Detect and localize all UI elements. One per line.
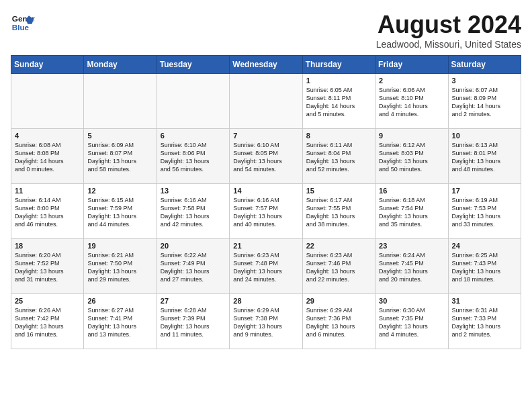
day-number: 13 xyxy=(161,187,226,195)
table-row: 6Sunrise: 6:10 AM Sunset: 8:06 PM Daylig… xyxy=(157,129,229,184)
day-content: Sunrise: 6:25 AM Sunset: 7:43 PM Dayligh… xyxy=(452,251,517,284)
header-wednesday: Wednesday xyxy=(230,56,302,74)
day-number: 12 xyxy=(87,187,152,195)
table-row xyxy=(11,74,84,129)
day-number: 4 xyxy=(15,132,80,140)
day-content: Sunrise: 6:12 AM Sunset: 8:03 PM Dayligh… xyxy=(379,141,444,174)
table-row: 14Sunrise: 6:16 AM Sunset: 7:57 PM Dayli… xyxy=(230,184,302,239)
day-number: 17 xyxy=(452,187,517,195)
day-content: Sunrise: 6:23 AM Sunset: 7:46 PM Dayligh… xyxy=(306,251,371,284)
table-row: 2Sunrise: 6:06 AM Sunset: 8:10 PM Daylig… xyxy=(375,74,448,129)
day-content: Sunrise: 6:30 AM Sunset: 7:35 PM Dayligh… xyxy=(379,306,444,339)
table-row: 27Sunrise: 6:28 AM Sunset: 7:39 PM Dayli… xyxy=(157,294,229,349)
day-content: Sunrise: 6:19 AM Sunset: 7:53 PM Dayligh… xyxy=(452,196,517,229)
day-content: Sunrise: 6:13 AM Sunset: 8:01 PM Dayligh… xyxy=(452,141,517,174)
day-number: 16 xyxy=(379,187,444,195)
title-block: August 2024 Leadwood, Missouri, United S… xyxy=(376,11,521,50)
table-row: 5Sunrise: 6:09 AM Sunset: 8:07 PM Daylig… xyxy=(84,129,157,184)
table-row: 12Sunrise: 6:15 AM Sunset: 7:59 PM Dayli… xyxy=(84,184,157,239)
table-row: 13Sunrise: 6:16 AM Sunset: 7:58 PM Dayli… xyxy=(157,184,229,239)
table-row: 20Sunrise: 6:22 AM Sunset: 7:49 PM Dayli… xyxy=(157,239,229,294)
table-row: 21Sunrise: 6:23 AM Sunset: 7:48 PM Dayli… xyxy=(230,239,302,294)
day-number: 24 xyxy=(452,242,517,250)
day-content: Sunrise: 6:22 AM Sunset: 7:49 PM Dayligh… xyxy=(161,251,226,284)
table-row: 23Sunrise: 6:24 AM Sunset: 7:45 PM Dayli… xyxy=(375,239,448,294)
table-row: 10Sunrise: 6:13 AM Sunset: 8:01 PM Dayli… xyxy=(448,129,521,184)
table-row: 11Sunrise: 6:14 AM Sunset: 8:00 PM Dayli… xyxy=(11,184,84,239)
table-row: 22Sunrise: 6:23 AM Sunset: 7:46 PM Dayli… xyxy=(302,239,375,294)
day-content: Sunrise: 6:16 AM Sunset: 7:57 PM Dayligh… xyxy=(233,196,298,229)
day-number: 29 xyxy=(306,297,371,305)
day-content: Sunrise: 6:31 AM Sunset: 7:33 PM Dayligh… xyxy=(452,306,517,339)
day-number: 23 xyxy=(379,242,444,250)
day-content: Sunrise: 6:16 AM Sunset: 7:58 PM Dayligh… xyxy=(161,196,226,229)
svg-text:Blue: Blue xyxy=(12,23,30,32)
day-content: Sunrise: 6:10 AM Sunset: 8:06 PM Dayligh… xyxy=(161,141,226,174)
day-content: Sunrise: 6:11 AM Sunset: 8:04 PM Dayligh… xyxy=(306,141,371,174)
day-number: 8 xyxy=(306,132,371,140)
day-number: 21 xyxy=(233,242,298,250)
page-header: General Blue August 2024 Leadwood, Misso… xyxy=(11,11,521,50)
day-content: Sunrise: 6:15 AM Sunset: 7:59 PM Dayligh… xyxy=(87,196,152,229)
day-number: 25 xyxy=(15,297,80,305)
day-number: 11 xyxy=(15,187,80,195)
table-row xyxy=(84,74,157,129)
day-content: Sunrise: 6:18 AM Sunset: 7:54 PM Dayligh… xyxy=(379,196,444,229)
table-row: 8Sunrise: 6:11 AM Sunset: 8:04 PM Daylig… xyxy=(302,129,375,184)
table-row: 26Sunrise: 6:27 AM Sunset: 7:41 PM Dayli… xyxy=(84,294,157,349)
day-content: Sunrise: 6:07 AM Sunset: 8:09 PM Dayligh… xyxy=(452,86,517,119)
day-number: 31 xyxy=(452,297,517,305)
day-content: Sunrise: 6:26 AM Sunset: 7:42 PM Dayligh… xyxy=(15,306,80,339)
table-row: 1Sunrise: 6:05 AM Sunset: 8:11 PM Daylig… xyxy=(302,74,375,129)
header-monday: Monday xyxy=(84,56,157,74)
day-number: 22 xyxy=(306,242,371,250)
day-number: 1 xyxy=(306,77,371,85)
day-number: 15 xyxy=(306,187,371,195)
day-content: Sunrise: 6:23 AM Sunset: 7:48 PM Dayligh… xyxy=(233,251,298,284)
day-content: Sunrise: 6:09 AM Sunset: 8:07 PM Dayligh… xyxy=(87,141,152,174)
table-row: 25Sunrise: 6:26 AM Sunset: 7:42 PM Dayli… xyxy=(11,294,84,349)
logo: General Blue xyxy=(11,11,35,35)
day-content: Sunrise: 6:08 AM Sunset: 8:08 PM Dayligh… xyxy=(15,141,80,174)
day-number: 28 xyxy=(233,297,298,305)
day-content: Sunrise: 6:17 AM Sunset: 7:55 PM Dayligh… xyxy=(306,196,371,229)
day-content: Sunrise: 6:27 AM Sunset: 7:41 PM Dayligh… xyxy=(87,306,152,339)
day-number: 7 xyxy=(233,132,298,140)
header-thursday: Thursday xyxy=(302,56,375,74)
table-row: 15Sunrise: 6:17 AM Sunset: 7:55 PM Dayli… xyxy=(302,184,375,239)
day-number: 18 xyxy=(15,242,80,250)
day-number: 6 xyxy=(161,132,226,140)
day-content: Sunrise: 6:29 AM Sunset: 7:38 PM Dayligh… xyxy=(233,306,298,339)
day-number: 2 xyxy=(379,77,444,85)
header-saturday: Saturday xyxy=(448,56,521,74)
table-row: 29Sunrise: 6:29 AM Sunset: 7:36 PM Dayli… xyxy=(302,294,375,349)
day-content: Sunrise: 6:14 AM Sunset: 8:00 PM Dayligh… xyxy=(15,196,80,229)
day-number: 19 xyxy=(87,242,152,250)
table-row: 28Sunrise: 6:29 AM Sunset: 7:38 PM Dayli… xyxy=(230,294,302,349)
calendar-body: 1Sunrise: 6:05 AM Sunset: 8:11 PM Daylig… xyxy=(11,74,521,349)
table-row: 18Sunrise: 6:20 AM Sunset: 7:52 PM Dayli… xyxy=(11,239,84,294)
day-number: 5 xyxy=(87,132,152,140)
day-number: 27 xyxy=(161,297,226,305)
header-tuesday: Tuesday xyxy=(157,56,229,74)
day-number: 14 xyxy=(233,187,298,195)
day-content: Sunrise: 6:28 AM Sunset: 7:39 PM Dayligh… xyxy=(161,306,226,339)
table-row: 31Sunrise: 6:31 AM Sunset: 7:33 PM Dayli… xyxy=(448,294,521,349)
day-number: 20 xyxy=(161,242,226,250)
header-friday: Friday xyxy=(375,56,448,74)
day-number: 26 xyxy=(87,297,152,305)
calendar-subtitle: Leadwood, Missouri, United States xyxy=(376,39,521,50)
table-row: 19Sunrise: 6:21 AM Sunset: 7:50 PM Dayli… xyxy=(84,239,157,294)
table-row: 24Sunrise: 6:25 AM Sunset: 7:43 PM Dayli… xyxy=(448,239,521,294)
day-number: 9 xyxy=(379,132,444,140)
day-number: 3 xyxy=(452,77,517,85)
day-number: 30 xyxy=(379,297,444,305)
logo-icon: General Blue xyxy=(11,11,35,35)
header-sunday: Sunday xyxy=(11,56,84,74)
table-row: 30Sunrise: 6:30 AM Sunset: 7:35 PM Dayli… xyxy=(375,294,448,349)
calendar-table: Sunday Monday Tuesday Wednesday Thursday… xyxy=(11,55,521,349)
table-row: 9Sunrise: 6:12 AM Sunset: 8:03 PM Daylig… xyxy=(375,129,448,184)
day-content: Sunrise: 6:20 AM Sunset: 7:52 PM Dayligh… xyxy=(15,251,80,284)
table-row: 3Sunrise: 6:07 AM Sunset: 8:09 PM Daylig… xyxy=(448,74,521,129)
day-content: Sunrise: 6:21 AM Sunset: 7:50 PM Dayligh… xyxy=(87,251,152,284)
